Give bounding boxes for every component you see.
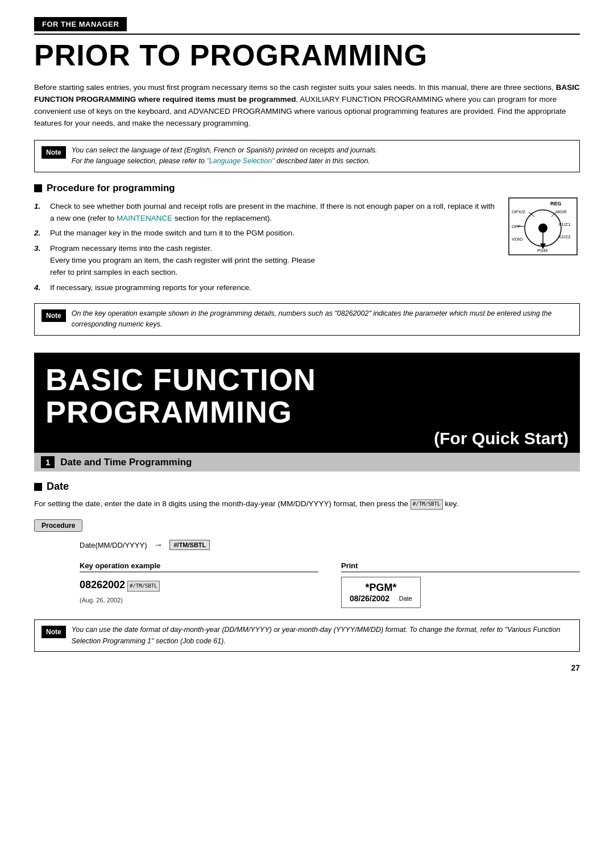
note-label-2: Note bbox=[42, 309, 66, 322]
intro-text-1: Before starting sales entries, you must … bbox=[34, 83, 556, 92]
date-key-inline: #/TM/SBTL bbox=[410, 499, 443, 510]
bf-subtitle: (For Quick Start) bbox=[45, 429, 569, 448]
section-title-1: Date and Time Programming bbox=[60, 457, 192, 468]
flow-arrow: → bbox=[154, 540, 163, 550]
print-box: *PGM* 08/26/2002 Date bbox=[341, 577, 421, 608]
date-heading-text: Date bbox=[47, 481, 69, 493]
svg-text:OPX/Z: OPX/Z bbox=[512, 209, 525, 214]
procedure-steps-row: 1. Check to see whether both journal and… bbox=[34, 201, 580, 303]
section-num-1: 1 bbox=[41, 456, 55, 468]
date-paragraph: For setting the date, enter the date in … bbox=[34, 498, 580, 510]
print-date-label: Date bbox=[399, 595, 412, 602]
svg-text:PGM: PGM bbox=[537, 248, 548, 253]
procedure-badge: Procedure bbox=[34, 519, 580, 540]
maintenance-link[interactable]: MAINTENANCE bbox=[117, 214, 172, 222]
bf-title-block: BASIC FUNCTION PROGRAMMING (For Quick St… bbox=[34, 354, 580, 453]
step-4: 4. If necessary, issue programming repor… bbox=[34, 282, 495, 294]
steps-list: 1. Check to see whether both journal and… bbox=[34, 201, 495, 294]
step-4-text: If necessary, issue programming reports … bbox=[50, 283, 251, 292]
example-num: 08262002 bbox=[80, 579, 125, 590]
print-date-row: 08/26/2002 Date bbox=[350, 594, 412, 603]
example-right: Print *PGM* 08/26/2002 Date bbox=[341, 561, 580, 608]
example-section: Key operation example 08262002 #/TM/SBTL… bbox=[34, 561, 580, 608]
flow-label: Date(MM/DD/YYYY) bbox=[80, 541, 147, 549]
date-heading: Date bbox=[34, 481, 580, 493]
section-band-1: 1 Date and Time Programming bbox=[34, 453, 580, 472]
svg-point-3 bbox=[538, 224, 547, 233]
step-1: 1. Check to see whether both journal and… bbox=[34, 201, 495, 225]
date-para-2: key. bbox=[445, 499, 458, 508]
example-left: Key operation example 08262002 #/TM/SBTL… bbox=[80, 561, 318, 608]
key-switch-svg: REG OPX/Z MGR OFF X1/Z1 VOID X2/Z2 PGM bbox=[506, 195, 580, 258]
manager-badge: FOR THE MANAGER bbox=[34, 17, 580, 34]
step-3-text: Program necessary items into the cash re… bbox=[50, 244, 212, 253]
date-para-1: For setting the date, enter the date in … bbox=[34, 499, 408, 508]
example-key: #/TM/SBTL bbox=[127, 581, 160, 591]
page-number: 27 bbox=[34, 663, 580, 672]
svg-text:MGR: MGR bbox=[556, 209, 567, 214]
svg-text:REG: REG bbox=[550, 201, 562, 206]
note-text-2: On the key operation example shown in th… bbox=[72, 308, 572, 330]
example-right-header: Print bbox=[341, 561, 580, 572]
step-3: 3. Program necessary items into the cash… bbox=[34, 243, 495, 279]
note-text-3: You can use the date format of day-month… bbox=[72, 625, 572, 647]
black-square-date-icon bbox=[34, 483, 42, 491]
step-2-text: Put the manager key in the mode switch a… bbox=[50, 229, 294, 237]
print-date-value: 08/26/2002 bbox=[350, 594, 389, 603]
svg-text:X1/Z1: X1/Z1 bbox=[558, 222, 571, 227]
svg-text:X2/Z2: X2/Z2 bbox=[558, 234, 571, 239]
note-box-1: Note You can select the language of text… bbox=[34, 140, 580, 172]
note-label-3: Note bbox=[42, 626, 66, 638]
example-left-header: Key operation example bbox=[80, 561, 318, 572]
step-3-sub1: Every time you program an item, the cash… bbox=[50, 256, 315, 264]
step-2: 2. Put the manager key in the mode switc… bbox=[34, 228, 495, 239]
flow-key: #/TM/SBTL bbox=[169, 540, 210, 550]
procedure-heading-text: Procedure for programming bbox=[47, 183, 175, 194]
note-text-1: You can select the language of text (Eng… bbox=[72, 145, 377, 167]
pgm-text: *PGM* bbox=[350, 582, 412, 594]
language-selection-link[interactable]: "Language Selection" bbox=[206, 157, 274, 165]
example-left-content: 08262002 #/TM/SBTL (Aug. 26, 2002) bbox=[80, 577, 318, 606]
example-sub: (Aug. 26, 2002) bbox=[80, 597, 123, 604]
svg-text:VOID: VOID bbox=[512, 237, 523, 242]
procedure-steps: 1. Check to see whether both journal and… bbox=[34, 201, 495, 303]
intro-paragraph: Before starting sales entries, you must … bbox=[34, 82, 580, 130]
key-switch-diagram: REG OPX/Z MGR OFF X1/Z1 VOID X2/Z2 PGM bbox=[506, 195, 580, 259]
proc-flow: Date(MM/DD/YYYY) → #/TM/SBTL bbox=[34, 540, 580, 550]
note-label-1: Note bbox=[42, 146, 66, 159]
note-box-3: Note You can use the date format of day-… bbox=[34, 619, 580, 652]
procedure-heading: Procedure for programming bbox=[34, 183, 580, 194]
note-box-2: Note On the key operation example shown … bbox=[34, 303, 580, 336]
page-title: PRIOR TO PROGRAMMING bbox=[34, 39, 580, 72]
black-square-icon bbox=[34, 184, 42, 192]
step-3-sub2: refer to print samples in each section. bbox=[50, 268, 177, 276]
top-divider bbox=[34, 34, 580, 35]
bf-title: BASIC FUNCTION PROGRAMMING bbox=[45, 363, 569, 428]
